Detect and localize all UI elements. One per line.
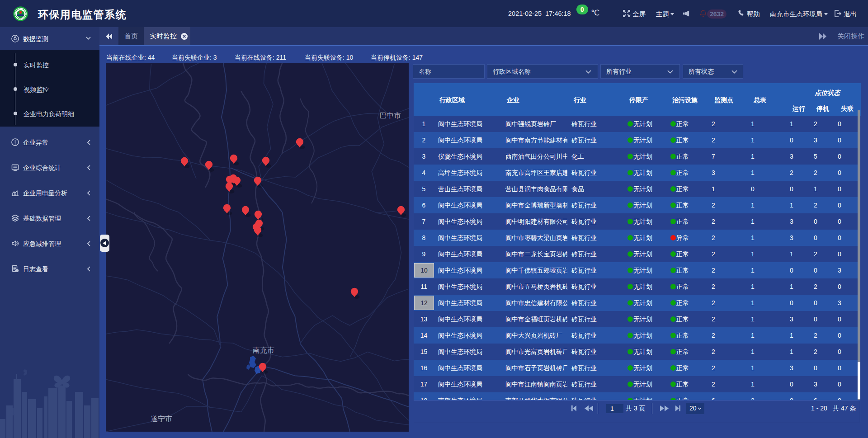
svg-text:遂宁市: 遂宁市 xyxy=(151,415,172,423)
